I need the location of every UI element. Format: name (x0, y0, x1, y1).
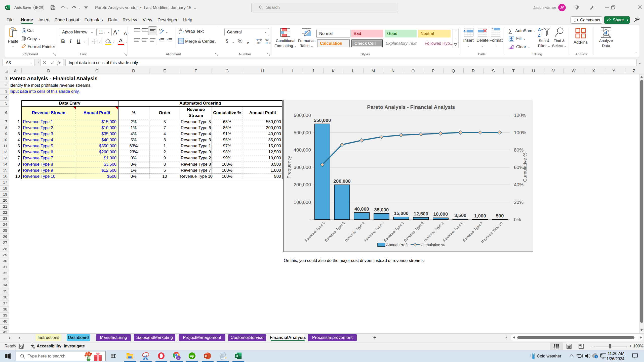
svg-text:0%: 0% (514, 217, 521, 222)
svg-text:100%: 100% (514, 130, 526, 135)
svg-text:J: J (177, 356, 179, 360)
svg-text:300,000: 300,000 (294, 165, 311, 170)
svg-text:-: - (309, 217, 311, 222)
svg-text:40,000: 40,000 (354, 206, 369, 212)
svg-text:10,000: 10,000 (433, 211, 448, 217)
svg-text:15,000: 15,000 (394, 211, 409, 216)
svg-text:80%: 80% (514, 147, 524, 153)
svg-text:0: 0 (260, 38, 262, 41)
svg-text:.00: .00 (257, 41, 260, 44)
svg-text:Pareto Analysis - Financial An: Pareto Analysis - Financial Analysis (367, 104, 455, 110)
svg-text:500,000: 500,000 (294, 130, 311, 135)
svg-text:Frequency: Frequency (286, 156, 292, 178)
svg-text:ab: ab (159, 28, 162, 32)
svg-text:120%: 120% (514, 113, 526, 118)
svg-text:35,000: 35,000 (374, 207, 389, 212)
svg-text:550,000: 550,000 (314, 118, 331, 123)
svg-text:Cumulative %: Cumulative % (421, 243, 445, 247)
svg-text:600,000: 600,000 (294, 113, 311, 118)
svg-text:1,000: 1,000 (474, 213, 486, 218)
svg-text:3,500: 3,500 (454, 213, 466, 218)
svg-text:Z: Z (538, 33, 540, 38)
svg-text:12,500: 12,500 (414, 211, 428, 216)
svg-text:200,000: 200,000 (333, 178, 351, 184)
svg-text:20%: 20% (514, 200, 524, 205)
svg-text:100,000: 100,000 (294, 200, 311, 205)
svg-text:c: c (179, 31, 180, 34)
svg-text:P: P (205, 354, 207, 358)
svg-text:.00: .00 (265, 38, 268, 41)
svg-text:500: 500 (496, 213, 504, 218)
svg-text:A: A (538, 27, 541, 32)
svg-text:Cumulative %: Cumulative % (522, 152, 528, 182)
svg-text:400,000: 400,000 (294, 147, 311, 153)
svg-text:200,000: 200,000 (294, 182, 311, 187)
svg-text:up: up (190, 354, 194, 358)
svg-text:40%: 40% (514, 182, 524, 187)
svg-text:Annual Profit: Annual Profit (386, 243, 409, 247)
